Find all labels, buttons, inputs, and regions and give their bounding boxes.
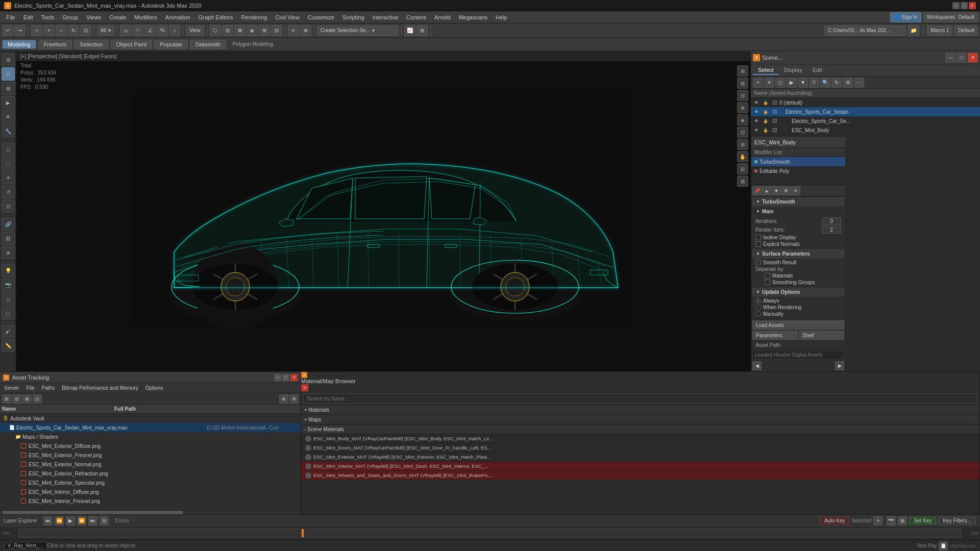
- maps-section-toggle[interactable]: + Maps: [301, 415, 979, 424]
- squid-studio-button[interactable]: Default: [954, 26, 978, 36]
- subtab-freeform[interactable]: Freeform: [38, 40, 72, 49]
- se-refresh[interactable]: ↻: [831, 78, 842, 88]
- lock-icon-0[interactable]: 🔒: [762, 99, 769, 106]
- material-item-4[interactable]: ESC_Mint_Wheels_and_Seats_and_Doors_MAT …: [301, 471, 979, 480]
- subtab-modeling[interactable]: Modeling: [2, 40, 36, 49]
- scene-restore-button[interactable]: —: [945, 53, 955, 63]
- viewport-ctrl-3[interactable]: ⊟: [737, 90, 748, 101]
- manually-radio[interactable]: [755, 311, 761, 317]
- rotate-btn[interactable]: ↺: [2, 185, 15, 198]
- unlink-btn[interactable]: ⛓: [2, 232, 15, 245]
- scroll-left-button[interactable]: ◀: [752, 361, 762, 370]
- view-dropdown[interactable]: View: [186, 26, 204, 36]
- menu-civil-view[interactable]: Civil View: [271, 13, 303, 21]
- mod-turbosmooth[interactable]: TurboSmooth: [751, 157, 845, 166]
- link-btn[interactable]: 🔗: [2, 217, 15, 231]
- asset-tb-2[interactable]: ⊟: [12, 394, 21, 404]
- timeline-anim-button[interactable]: ⊞: [898, 516, 907, 525]
- scroll-right-button[interactable]: ▶: [835, 361, 844, 370]
- main-section[interactable]: ▼ Main: [752, 207, 844, 216]
- when-rendering-radio[interactable]: [755, 305, 761, 310]
- scene-tab-select[interactable]: Select: [753, 66, 779, 75]
- timeline-playhead[interactable]: [302, 529, 304, 537]
- set-key-button[interactable]: Set Key: [909, 517, 936, 524]
- all-dropdown[interactable]: All ▾: [97, 26, 114, 36]
- mod-pin-button[interactable]: 📌: [752, 186, 762, 195]
- menu-scripting[interactable]: Scripting: [338, 13, 369, 21]
- menu-content[interactable]: Content: [402, 13, 430, 21]
- scene-item-2[interactable]: 👁🔒Electric_Sports_Car_Se...: [751, 116, 980, 126]
- measure-btn[interactable]: 📏: [2, 339, 15, 352]
- asset-item-9[interactable]: ESC_Mint_Interior_Fresnel.png: [0, 496, 301, 506]
- material-item-1[interactable]: ESC_Mint_Doors_MAT (VRayCarPaintMtl) [ES…: [301, 443, 979, 453]
- material-close[interactable]: ✕: [301, 384, 308, 391]
- layer-manager-button[interactable]: ≡: [288, 25, 299, 36]
- align-camera-button[interactable]: ⊞: [259, 25, 270, 36]
- timeline-play-button[interactable]: ▶: [66, 516, 75, 525]
- mod-delete[interactable]: ✕: [791, 186, 800, 195]
- asset-tb-r1[interactable]: ⊕: [279, 394, 288, 404]
- viewport-ctrl-4[interactable]: ⊕: [737, 102, 748, 113]
- key-filters-button[interactable]: Key Filters...: [938, 517, 976, 524]
- menu-rendering[interactable]: Rendering: [237, 13, 272, 21]
- menu-graph-editors[interactable]: Graph Editors: [194, 13, 237, 21]
- material-item-2[interactable]: ESC_Mint_Exterior_MAT (VRayMtl) [ESC_Min…: [301, 453, 979, 462]
- move-btn[interactable]: ✛: [2, 171, 15, 184]
- eye-icon-1[interactable]: 👁: [753, 108, 760, 115]
- mirror-button[interactable]: ⬡: [210, 25, 221, 36]
- asset-menu-options[interactable]: Options: [143, 385, 165, 391]
- se-delete[interactable]: ✕: [764, 78, 774, 88]
- percent-snap-button[interactable]: %: [157, 25, 168, 36]
- asset-item-5[interactable]: ESC_Mint_Exterior_Normal.png: [0, 460, 301, 469]
- material-search-input[interactable]: [303, 393, 977, 404]
- align-view-button[interactable]: ⊟: [271, 25, 282, 36]
- menu-group[interactable]: Group: [58, 13, 82, 21]
- material-item-3[interactable]: ESC_Mint_Interior_MAT (VRayMtl) [ESC_Min…: [301, 462, 979, 471]
- mod-move-up[interactable]: ▲: [762, 186, 771, 195]
- menu-customize[interactable]: Customize: [304, 13, 338, 21]
- move-tool[interactable]: ↔: [56, 25, 67, 36]
- place-highlight-button[interactable]: ◈: [247, 25, 258, 36]
- workspaces-button[interactable]: Workspaces: Default: [923, 12, 978, 22]
- display-button[interactable]: 👁: [2, 110, 15, 123]
- modify-button[interactable]: ⊟: [2, 67, 15, 81]
- hierarchy-button[interactable]: ⊠: [2, 82, 15, 95]
- asset-item-6[interactable]: ESC_Mint_Exterior_Refraction.png: [0, 469, 301, 478]
- subtab-object-paint[interactable]: Object Paint: [111, 40, 153, 49]
- light-btn[interactable]: 💡: [2, 264, 15, 277]
- asset-horizontal-scrollbar[interactable]: [0, 510, 301, 514]
- eye-icon-3[interactable]: 👁: [753, 127, 760, 134]
- mod-configure[interactable]: ⚙: [781, 186, 791, 195]
- shelf-button[interactable]: Shelf: [799, 331, 844, 340]
- materials-checkbox[interactable]: [765, 273, 770, 279]
- asset-item-0[interactable]: 🗄Autodesk Vault: [0, 414, 301, 423]
- se-collapse[interactable]: ▼: [798, 78, 808, 88]
- eye-icon-2[interactable]: 👁: [753, 117, 760, 124]
- lock-icon-1[interactable]: 🔒: [762, 108, 769, 115]
- timeline-slider[interactable]: [18, 529, 962, 538]
- scale-tool[interactable]: ⊡: [80, 25, 91, 36]
- update-options-title[interactable]: ▼ Update Options: [752, 288, 844, 296]
- subtab-selection[interactable]: Selection: [74, 40, 108, 49]
- asset-tb-1[interactable]: ⊞: [2, 394, 11, 404]
- se-filter[interactable]: ▽: [809, 78, 819, 88]
- asset-menu-server[interactable]: Server: [2, 385, 21, 391]
- mod-editable-poly[interactable]: Editable Poly: [751, 166, 845, 176]
- open-path-button[interactable]: 📁: [908, 25, 919, 36]
- iterations-value[interactable]: 0: [822, 217, 841, 225]
- close-button[interactable]: ✕: [969, 2, 976, 9]
- signin-button[interactable]: 👤 Sign In: [890, 12, 921, 22]
- select-move-tool[interactable]: +: [43, 25, 55, 36]
- timeline-forward-button[interactable]: ⏩: [77, 516, 86, 525]
- se-select[interactable]: ◻: [775, 78, 786, 88]
- render-iters-value[interactable]: 2: [822, 226, 841, 234]
- asset-restore[interactable]: □: [282, 374, 289, 381]
- asset-item-4[interactable]: ESC_Mint_Exterior_Fresnel.png: [0, 450, 301, 460]
- scale-btn[interactable]: ⊡: [2, 199, 15, 213]
- se-search[interactable]: 🔍: [820, 78, 830, 88]
- se-expand[interactable]: ▶: [787, 78, 797, 88]
- timeline-key-button[interactable]: ⊟: [100, 516, 109, 525]
- materials-section-toggle[interactable]: + Materials: [301, 406, 979, 415]
- mod-move-down[interactable]: ▼: [772, 186, 781, 195]
- smooth-checkbox[interactable]: ✓: [755, 260, 761, 265]
